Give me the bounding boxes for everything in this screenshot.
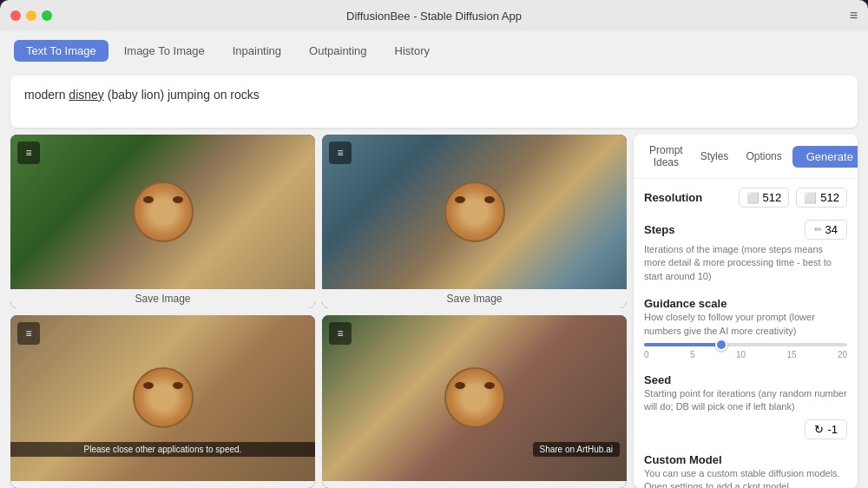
panel-body: Resolution ⬜ 512 ⬜ 512: [634, 179, 858, 488]
guidance-label-10: 10: [736, 350, 746, 359]
image-grid: ≡ Save Image ≡ Save Image ≡ Please close…: [10, 135, 634, 488]
image-notice-3: Please close other applications to speed…: [10, 442, 315, 457]
guidance-label-15: 15: [786, 350, 796, 359]
guidance-slider-labels: 0 5 10 15 20: [644, 350, 847, 359]
traffic-lights: [10, 10, 52, 21]
image-card-2: ≡ Save Image: [322, 135, 627, 308]
panel-tab-prompt-ideas[interactable]: Prompt Ideas: [642, 142, 690, 171]
steps-section: Steps ✏ 34 Iterations of the image (more…: [644, 220, 847, 283]
guidance-slider-fill: [644, 343, 721, 346]
save-image-label-2[interactable]: Save Image: [322, 289, 627, 308]
image-menu-button-3[interactable]: ≡: [17, 322, 40, 345]
image-card-4: ≡ Share on ArtHub.ai: [322, 315, 627, 489]
app-title: DiffusionBee - Stable Diffusion App: [346, 10, 522, 23]
prompt-text-after: (baby lion) jumping on rocks: [104, 88, 260, 102]
seed-description: Starting point for iterations (any rando…: [644, 387, 847, 414]
save-image-label-3: [10, 481, 315, 488]
resolution-height-box[interactable]: ⬜ 512: [796, 188, 847, 208]
prompt-underlined: disney: [69, 88, 103, 102]
lion-face-1: [133, 181, 194, 242]
guidance-slider-thumb[interactable]: [715, 339, 727, 351]
steps-row: Steps ✏ 34: [644, 220, 847, 240]
minimize-button[interactable]: [26, 10, 36, 21]
guidance-slider-track: [644, 343, 847, 346]
image-placeholder-4: ≡ Share on ArtHub.ai: [322, 315, 627, 482]
lion-face-4: [444, 367, 505, 428]
seed-label: Seed: [644, 373, 671, 386]
height-icon: ⬜: [804, 192, 817, 204]
steps-value-box[interactable]: ✏ 34: [805, 220, 847, 240]
panel-tabs: Prompt Ideas Styles Options Generate: [634, 135, 858, 179]
seed-value-box[interactable]: ↻ -1: [805, 419, 847, 439]
model-label: Custom Model: [644, 453, 722, 466]
seed-row: ↻ -1: [644, 419, 847, 439]
image-card-3: ≡ Please close other applications to spe…: [10, 315, 315, 489]
tab-bar: Text To Image Image To Image Inpainting …: [0, 31, 868, 69]
share-button[interactable]: Share on ArtHub.ai: [533, 442, 621, 457]
image-placeholder-3: ≡ Please close other applications to spe…: [10, 315, 315, 482]
save-image-label-1[interactable]: Save Image: [10, 289, 315, 308]
guidance-label-5: 5: [690, 350, 695, 359]
steps-edit-icon: ✏: [814, 224, 822, 235]
close-button[interactable]: [10, 10, 21, 21]
seed-value: -1: [827, 423, 838, 436]
panel-tab-styles[interactable]: Styles: [694, 148, 736, 165]
resolution-label: Resolution: [644, 191, 702, 204]
resolution-width-box[interactable]: ⬜ 512: [739, 188, 790, 208]
prompt-text: modern disney (baby lion) jumping on roc…: [24, 86, 844, 104]
steps-description: Iterations of the image (more steps mean…: [644, 243, 847, 283]
maximize-button[interactable]: [42, 10, 52, 21]
guidance-label: Guidance scale: [644, 297, 727, 310]
menu-icon[interactable]: ≡: [850, 8, 858, 23]
generate-button[interactable]: Generate: [792, 146, 858, 168]
resolution-section: Resolution ⬜ 512 ⬜ 512: [644, 188, 847, 208]
resolution-inputs: ⬜ 512 ⬜ 512: [739, 188, 847, 208]
tab-outpainting[interactable]: Outpainting: [297, 40, 379, 62]
guidance-description: How closely to follow your prompt (lower…: [644, 311, 847, 338]
resolution-row: Resolution ⬜ 512 ⬜ 512: [644, 188, 847, 208]
guidance-slider-container[interactable]: 0 5 10 15 20: [644, 343, 847, 359]
lion-face-2: [444, 181, 505, 242]
lion-face-3: [133, 367, 194, 428]
titlebar: DiffusionBee - Stable Diffusion App ≡: [0, 0, 868, 31]
resolution-height: 512: [820, 191, 839, 204]
seed-refresh-icon[interactable]: ↻: [814, 423, 824, 436]
tab-image-to-image[interactable]: Image To Image: [112, 40, 217, 62]
image-placeholder-1: ≡: [10, 135, 315, 289]
model-description: You can use a custom stable diffusion mo…: [644, 467, 847, 488]
image-menu-button-4[interactable]: ≡: [329, 322, 352, 345]
tab-inpainting[interactable]: Inpainting: [220, 40, 293, 62]
image-placeholder-2: ≡: [322, 135, 627, 289]
tab-text-to-image[interactable]: Text To Image: [14, 40, 108, 62]
panel-tab-options[interactable]: Options: [739, 148, 788, 165]
app-content: Text To Image Image To Image Inpainting …: [0, 31, 868, 488]
model-section: Custom Model You can use a custom stable…: [644, 452, 847, 488]
resolution-width: 512: [763, 191, 782, 204]
width-icon: ⬜: [746, 192, 760, 204]
image-menu-button-2[interactable]: ≡: [329, 142, 352, 164]
prompt-text-before: modern: [24, 88, 69, 102]
prompt-section[interactable]: modern disney (baby lion) jumping on roc…: [10, 76, 858, 128]
save-image-label-4: [322, 481, 627, 488]
guidance-label-0: 0: [644, 350, 649, 359]
seed-section: Seed Starting point for iterations (any …: [644, 372, 847, 439]
steps-value: 34: [825, 223, 838, 236]
tab-history[interactable]: History: [383, 40, 442, 62]
right-panel: Prompt Ideas Styles Options Generate Res…: [634, 135, 858, 488]
image-card-1: ≡ Save Image: [10, 135, 315, 308]
main-layout: ≡ Save Image ≡ Save Image ≡ Please close…: [0, 135, 868, 488]
guidance-label-20: 20: [838, 350, 847, 359]
guidance-section: Guidance scale How closely to follow you…: [644, 295, 847, 359]
image-menu-button-1[interactable]: ≡: [17, 142, 40, 164]
steps-label: Steps: [644, 223, 674, 236]
